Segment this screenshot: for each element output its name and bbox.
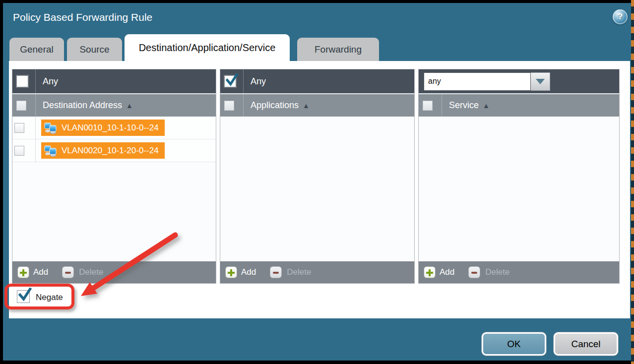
applications-any-label: Any [251,76,266,87]
network-computers-icon [44,144,58,157]
applications-any-checkbox-checked[interactable] [224,75,236,87]
destination-header-row[interactable]: Destination Address ▲ [12,93,216,117]
service-select-all-checkbox[interactable] [423,101,433,111]
plus-icon[interactable] [424,266,436,278]
plus-icon[interactable] [225,266,237,278]
sort-ascending-icon: ▲ [126,102,133,110]
ok-button[interactable]: OK [482,332,546,356]
help-icon[interactable]: ? [613,9,628,24]
divider [35,94,36,117]
minus-icon [270,266,282,278]
applications-footer: Add Delete [220,261,414,283]
add-button[interactable]: Add [440,267,454,277]
minus-icon [62,266,74,278]
destination-any-label: Any [43,76,58,87]
dialog-title: Policy Based Forwarding Rule [13,11,152,23]
cancel-button[interactable]: Cancel [554,332,618,356]
plus-icon[interactable] [17,266,29,278]
minus-icon [468,266,480,278]
destination-any-checkbox[interactable] [16,75,28,87]
sort-ascending-icon: ▲ [303,102,310,110]
tab-forwarding[interactable]: Forwarding [297,38,379,61]
table-row[interactable]: VLAN0020_10-1-20-0--24 [12,139,216,162]
table-row[interactable]: VLAN0010_10-1-10-0--24 [12,117,216,139]
applications-header-row[interactable]: Applications ▲ [220,93,414,117]
destination-select-all-checkbox[interactable] [16,101,26,111]
divider [243,69,244,93]
applications-column-header: Applications [251,100,299,111]
delete-button: Delete [485,267,509,277]
negate-label: Negate [36,293,63,303]
add-button[interactable]: Add [241,267,256,277]
network-computers-icon [44,121,58,134]
destination-footer: Add Delete [12,261,216,283]
applications-select-all-checkbox[interactable] [224,101,234,111]
applications-list-empty [220,117,414,261]
service-footer: Add Delete [419,261,619,283]
add-button[interactable]: Add [33,267,48,277]
divider [243,94,244,117]
destination-list: VLAN0010_10-1-10-0--24 VLAN0020_10-1-20-… [12,117,216,261]
tab-destination-application-service[interactable]: Destination/Application/Service [125,34,290,61]
row-checkbox-cell [12,139,36,162]
dropdown-button[interactable] [531,72,550,91]
address-object-label: VLAN0010_10-1-10-0--24 [62,123,159,133]
destination-any-row: Any [12,69,216,93]
checkmark-icon [225,73,239,87]
service-column-header: Service [449,100,479,111]
address-object-label: VLAN0020_10-1-20-0--24 [62,146,159,156]
address-object-selected[interactable]: VLAN0020_10-1-20-0--24 [41,142,165,159]
sort-ascending-icon: ▲ [483,102,490,110]
delete-button: Delete [79,267,103,277]
row-checkbox[interactable] [14,146,24,156]
delete-button: Delete [287,267,311,277]
policy-based-forwarding-rule-dialog: Policy Based Forwarding Rule ? General S… [3,3,631,361]
row-checkbox[interactable] [14,123,24,133]
capture-edge-dashes [631,0,634,364]
applications-column: Any Applications ▲ Add Delete [220,69,415,284]
negate-checkbox-checked[interactable] [17,290,30,303]
divider [35,69,36,93]
service-dropdown-row: any [419,69,619,93]
tab-source[interactable]: Source [67,38,122,61]
address-object-selected[interactable]: VLAN0010_10-1-10-0--24 [41,120,165,136]
service-column: any Service ▲ Add Delete [418,69,620,284]
service-header-row[interactable]: Service ▲ [419,93,619,117]
question-mark-icon: ? [618,12,623,22]
service-dropdown[interactable]: any [424,72,550,91]
service-list-empty [419,117,619,261]
row-checkbox-cell [12,117,36,139]
applications-any-row: Any [220,69,414,93]
divider [442,94,442,117]
tab-general[interactable]: General [9,38,64,61]
destination-address-column: Any Destination Address ▲ [12,69,216,284]
chevron-down-icon [536,79,545,84]
destination-column-header: Destination Address [43,100,122,111]
service-dropdown-value[interactable]: any [424,72,531,91]
